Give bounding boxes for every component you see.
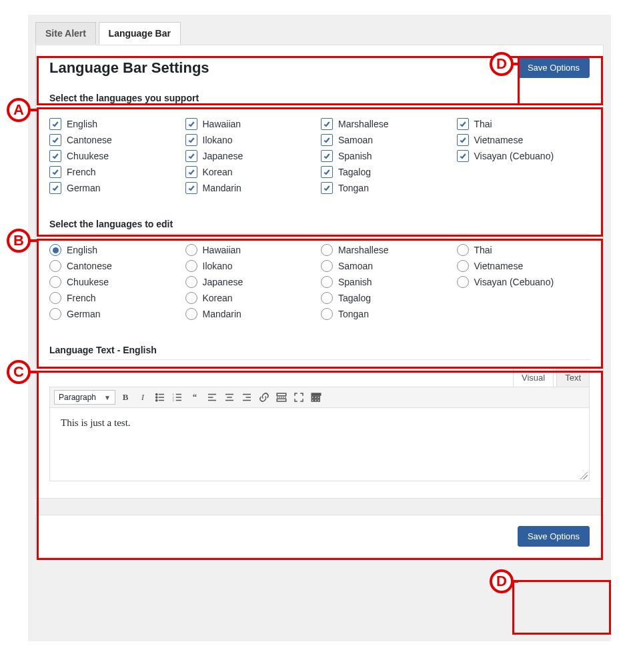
support-option[interactable]: Korean <box>185 164 319 180</box>
editor-tab-text[interactable]: Text <box>556 368 590 387</box>
edit-option[interactable]: German <box>49 306 183 322</box>
radio-checked-icon[interactable] <box>49 244 61 256</box>
support-option[interactable]: French <box>49 164 183 180</box>
support-option[interactable]: Samoan <box>321 132 454 148</box>
edit-option[interactable]: Korean <box>185 290 319 306</box>
edit-option[interactable]: Vietnamese <box>457 258 590 274</box>
radio-unchecked-icon[interactable] <box>457 260 469 272</box>
radio-unchecked-icon[interactable] <box>457 276 469 288</box>
radio-unchecked-icon[interactable] <box>185 244 197 256</box>
numbered-list-button[interactable]: 123 <box>170 390 185 405</box>
checkbox-checked-icon[interactable] <box>49 118 61 130</box>
checkbox-checked-icon[interactable] <box>457 150 469 162</box>
edit-option[interactable]: Hawaiian <box>185 242 319 258</box>
support-option[interactable]: Visayan (Cebuano) <box>457 148 590 164</box>
support-option[interactable]: Cantonese <box>49 132 183 148</box>
checkbox-checked-icon[interactable] <box>49 166 61 178</box>
checkbox-checked-icon[interactable] <box>49 134 61 146</box>
toolbar-toggle-button[interactable] <box>309 390 324 405</box>
edit-option[interactable]: English <box>49 242 183 258</box>
checkbox-checked-icon[interactable] <box>185 118 197 130</box>
support-option[interactable]: Tagalog <box>321 164 454 180</box>
radio-unchecked-icon[interactable] <box>185 308 197 320</box>
radio-unchecked-icon[interactable] <box>321 292 333 304</box>
checkbox-checked-icon[interactable] <box>49 150 61 162</box>
save-options-button-bottom[interactable]: Save Options <box>518 526 590 547</box>
tab-site-alert[interactable]: Site Alert <box>35 22 96 44</box>
edit-option[interactable]: Marshallese <box>321 242 454 258</box>
support-option[interactable]: English <box>49 116 183 132</box>
format-select[interactable]: Paragraph ▼ <box>54 390 115 405</box>
resize-handle[interactable] <box>580 471 588 479</box>
checkbox-checked-icon[interactable] <box>457 118 469 130</box>
radio-unchecked-icon[interactable] <box>321 244 333 256</box>
svg-point-0 <box>156 393 157 395</box>
radio-unchecked-icon[interactable] <box>185 260 197 272</box>
align-left-button[interactable] <box>205 390 219 405</box>
bullet-list-button[interactable] <box>153 390 167 405</box>
edit-option[interactable]: Japanese <box>185 274 319 290</box>
edit-option[interactable]: Ilokano <box>185 258 319 274</box>
editor-tab-visual[interactable]: Visual <box>513 368 554 387</box>
support-option[interactable]: Marshallese <box>321 116 454 132</box>
language-label: Hawaiian <box>203 119 241 129</box>
edit-option[interactable]: Thai <box>457 242 590 258</box>
support-option[interactable]: Chuukese <box>49 148 183 164</box>
link-button[interactable] <box>257 390 271 405</box>
checkbox-checked-icon[interactable] <box>185 182 197 194</box>
radio-unchecked-icon[interactable] <box>49 292 61 304</box>
edit-option[interactable]: Cantonese <box>49 258 183 274</box>
edit-option[interactable]: Samoan <box>321 258 454 274</box>
support-option[interactable]: Ilokano <box>185 132 319 148</box>
radio-unchecked-icon[interactable] <box>321 260 333 272</box>
svg-text:3: 3 <box>173 399 175 402</box>
support-option[interactable]: Spanish <box>321 148 454 164</box>
language-label: German <box>67 309 101 319</box>
checkbox-checked-icon[interactable] <box>321 118 333 130</box>
checkbox-checked-icon[interactable] <box>49 182 61 194</box>
checkbox-checked-icon[interactable] <box>321 134 333 146</box>
edit-option[interactable]: Mandarin <box>185 306 319 322</box>
edit-option[interactable]: Tagalog <box>321 290 454 306</box>
edit-option[interactable]: Visayan (Cebuano) <box>457 274 590 290</box>
support-option[interactable]: Tongan <box>321 180 454 196</box>
fullscreen-button[interactable] <box>291 390 306 405</box>
support-option[interactable]: Vietnamese <box>457 132 590 148</box>
radio-unchecked-icon[interactable] <box>457 244 469 256</box>
radio-unchecked-icon[interactable] <box>49 276 61 288</box>
readmore-button[interactable] <box>274 390 289 405</box>
edit-option[interactable]: Tongan <box>321 306 454 322</box>
svg-rect-30 <box>317 399 320 401</box>
support-option[interactable]: Thai <box>457 116 590 132</box>
support-option[interactable]: Hawaiian <box>185 116 319 132</box>
radio-unchecked-icon[interactable] <box>321 276 333 288</box>
annotation-marker-b: B <box>7 229 31 253</box>
checkbox-checked-icon[interactable] <box>457 134 469 146</box>
bold-button[interactable]: B <box>118 390 133 405</box>
align-center-button[interactable] <box>222 390 237 405</box>
radio-unchecked-icon[interactable] <box>49 308 61 320</box>
language-label: Marshallese <box>338 245 388 255</box>
edit-option[interactable]: Spanish <box>321 274 454 290</box>
edit-option[interactable]: Chuukese <box>49 274 183 290</box>
radio-unchecked-icon[interactable] <box>321 308 333 320</box>
support-option[interactable]: Japanese <box>185 148 319 164</box>
checkbox-checked-icon[interactable] <box>321 182 333 194</box>
radio-unchecked-icon[interactable] <box>185 292 197 304</box>
save-options-button-top[interactable]: Save Options <box>518 57 590 78</box>
support-option[interactable]: Mandarin <box>185 180 319 196</box>
edit-option[interactable]: French <box>49 290 183 306</box>
italic-button[interactable]: I <box>135 390 150 405</box>
blockquote-button[interactable]: “ <box>187 390 202 405</box>
tab-language-bar[interactable]: Language Bar <box>99 22 181 45</box>
checkbox-checked-icon[interactable] <box>185 150 197 162</box>
support-option[interactable]: German <box>49 180 183 196</box>
checkbox-checked-icon[interactable] <box>321 166 333 178</box>
checkbox-checked-icon[interactable] <box>321 150 333 162</box>
checkbox-checked-icon[interactable] <box>185 166 197 178</box>
editor-content[interactable]: This is just a test. <box>49 408 590 481</box>
align-right-button[interactable] <box>239 390 254 405</box>
checkbox-checked-icon[interactable] <box>185 134 197 146</box>
radio-unchecked-icon[interactable] <box>185 276 197 288</box>
radio-unchecked-icon[interactable] <box>49 260 61 272</box>
